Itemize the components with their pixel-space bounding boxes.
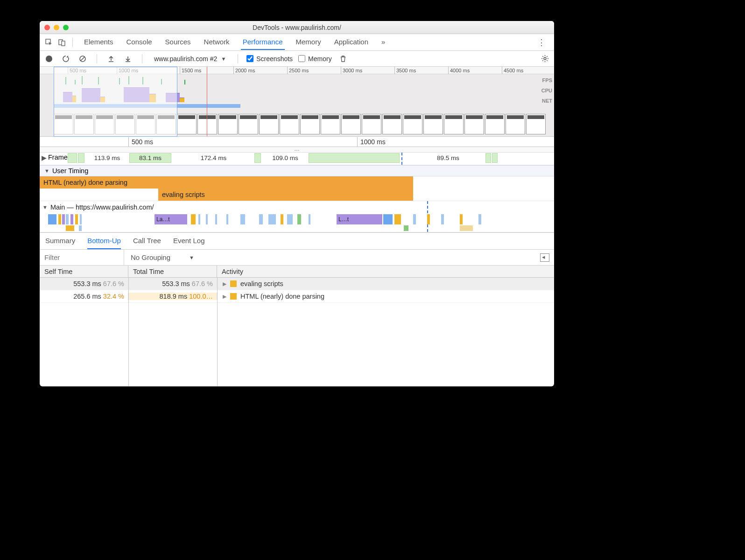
collect-garbage-icon[interactable]	[337, 53, 349, 64]
total-time-value: 553.3 ms	[162, 280, 190, 287]
panel-tabs: Elements Console Sources Network Perform…	[82, 35, 531, 50]
frame-cell[interactable]: 113.9 ms	[85, 153, 129, 163]
divider	[142, 54, 142, 63]
recording-select-value: www.paulirish.com #2	[154, 55, 217, 63]
overview-pane[interactable]: 500 ms 1000 ms 1500 ms 2000 ms 2500 ms 3…	[40, 67, 554, 137]
divider	[97, 54, 97, 63]
filter-bar: No Grouping ▼	[40, 250, 554, 266]
device-toolbar-icon[interactable]	[56, 37, 68, 48]
tab-console[interactable]: Console	[125, 35, 154, 50]
recording-select[interactable]: www.paulirish.com #2 ▼	[151, 54, 229, 64]
clear-button[interactable]	[77, 53, 88, 64]
divider	[72, 38, 73, 47]
total-time-pct: 100.0…	[189, 293, 213, 300]
expand-icon[interactable]: ▶	[223, 281, 226, 287]
titlebar: DevTools - www.paulirish.com/	[40, 21, 554, 34]
tab-summary[interactable]: Summary	[45, 237, 75, 249]
col-total-time[interactable]: Total Time	[128, 266, 217, 277]
grouping-value: No Grouping	[131, 253, 170, 261]
tab-network[interactable]: Network	[202, 35, 232, 50]
overview-tick: 2000 ms	[233, 67, 255, 74]
table-header: Self Time Total Time Activity	[40, 266, 554, 278]
memory-checkbox-input[interactable]	[298, 55, 305, 62]
overview-tick: 4000 ms	[448, 67, 470, 74]
detail-ruler: 500 ms 1000 ms	[40, 137, 554, 147]
chevron-down-icon: ▼	[221, 56, 226, 62]
record-button[interactable]	[43, 53, 55, 64]
table-row[interactable]: 553.3 ms67.6 % 553.3 ms67.6 % ▶evaling s…	[40, 278, 554, 290]
total-time-pct: 67.6 %	[192, 280, 213, 287]
capture-settings-icon[interactable]	[539, 53, 550, 64]
expand-icon[interactable]: ▶	[223, 294, 226, 300]
panel-tabs-row: Elements Console Sources Network Perform…	[40, 34, 554, 51]
svg-line-4	[81, 57, 84, 61]
tab-application[interactable]: Application	[332, 35, 370, 50]
flamechart[interactable]: ▶ Frames 113.9 ms 83.1 ms 172.4 ms 109.0…	[40, 153, 554, 232]
col-activity[interactable]: Activity	[217, 266, 554, 277]
total-time-value: 818.9 ms	[160, 293, 188, 300]
screenshots-checkbox-input[interactable]	[246, 55, 253, 62]
grouping-select[interactable]: No Grouping ▼	[124, 250, 201, 265]
table-row[interactable]: 265.6 ms32.4 % 818.9 ms100.0… ▶HTML (nea…	[40, 290, 554, 303]
expand-icon[interactable]: ▶	[42, 154, 47, 161]
filter-input[interactable]	[40, 253, 124, 261]
col-self-time[interactable]: Self Time	[40, 266, 128, 277]
collapsed-tracks-indicator[interactable]: …	[40, 147, 554, 153]
overview-selection[interactable]	[54, 67, 177, 137]
user-timing-track: ▼ User Timing HTML (nearly) done parsing…	[40, 165, 554, 201]
overview-marker	[207, 67, 207, 136]
divider	[238, 54, 238, 63]
details-pane: Summary Bottom-Up Call Tree Event Log No…	[40, 232, 554, 386]
svg-rect-2	[62, 41, 65, 46]
load-profile-icon[interactable]	[105, 53, 117, 64]
activity-name: HTML (nearly) done parsing	[240, 293, 324, 300]
frame-cell[interactable]: 172.4 ms	[173, 153, 254, 163]
user-timing-bar[interactable]: evaling scripts	[158, 189, 413, 201]
self-time-pct: 32.4 %	[103, 293, 124, 300]
main-track: ▼ Main — https://www.paulirish.com/ La…t	[40, 201, 554, 232]
user-timing-bar[interactable]: HTML (nearly) done parsing	[40, 176, 413, 189]
tab-elements[interactable]: Elements	[82, 35, 115, 50]
self-time-value: 265.6 ms	[73, 293, 101, 300]
self-time-value: 553.3 ms	[73, 280, 101, 287]
self-time-pct: 67.6 %	[103, 280, 124, 287]
overview-tick: 1500 ms	[180, 67, 201, 74]
memory-checkbox[interactable]: Memory	[298, 55, 332, 63]
flame-entry[interactable]: La…t	[155, 214, 187, 224]
tab-event-log[interactable]: Event Log	[173, 237, 205, 249]
tab-performance[interactable]: Performance	[241, 35, 285, 50]
reload-record-button[interactable]	[60, 53, 71, 64]
tabs-overflow-icon[interactable]: »	[380, 35, 387, 50]
tab-sources[interactable]: Sources	[163, 35, 193, 50]
frames-track: ▶ Frames 113.9 ms 83.1 ms 172.4 ms 109.0…	[40, 153, 554, 165]
user-timing-label: User Timing	[52, 167, 88, 175]
kebab-menu-icon[interactable]: ⋮	[533, 37, 550, 48]
overview-tick: 4500 ms	[502, 67, 523, 74]
fps-label: FPS	[541, 75, 552, 85]
collapse-icon[interactable]: ▼	[44, 168, 49, 174]
heaviest-stack-icon[interactable]	[540, 253, 549, 262]
tab-call-tree[interactable]: Call Tree	[133, 237, 161, 249]
color-swatch-icon	[230, 280, 237, 287]
main-track-label: Main — https://www.paulirish.com/	[50, 203, 154, 211]
tab-bottom-up[interactable]: Bottom-Up	[87, 237, 121, 249]
devtools-window: DevTools - www.paulirish.com/ Elements C…	[40, 21, 554, 386]
screenshots-checkbox[interactable]: Screenshots	[246, 55, 293, 63]
detail-tick: 1000 ms	[357, 137, 386, 147]
flame-entry[interactable]: L…t	[337, 214, 369, 224]
chevron-down-icon: ▼	[189, 255, 194, 260]
collapse-icon[interactable]: ▼	[42, 204, 48, 210]
color-swatch-icon	[230, 293, 237, 300]
overview-lane-labels: FPS CPU NET	[541, 75, 552, 106]
table-body: 553.3 ms67.6 % 553.3 ms67.6 % ▶evaling s…	[40, 278, 554, 386]
frame-cell[interactable]: 83.1 ms	[129, 153, 171, 163]
screenshots-label: Screenshots	[256, 55, 293, 63]
tab-memory[interactable]: Memory	[294, 35, 323, 50]
frame-cell[interactable]: 89.5 ms	[411, 153, 485, 163]
frame-cell[interactable]: 109.0 ms	[262, 153, 309, 163]
cpu-label: CPU	[541, 85, 552, 96]
timeline-marker	[401, 153, 402, 165]
overview-tick: 3000 ms	[341, 67, 362, 74]
save-profile-icon[interactable]	[122, 53, 134, 64]
inspect-element-icon[interactable]	[43, 37, 55, 48]
